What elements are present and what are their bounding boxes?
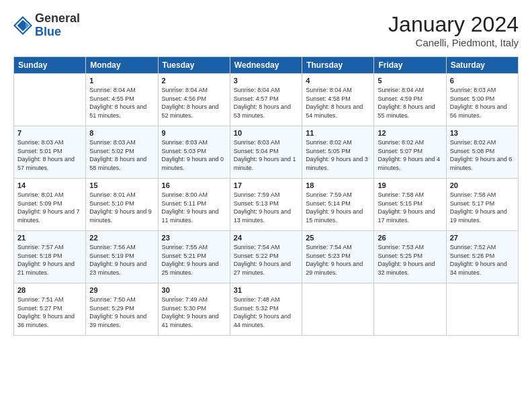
cell-info: Sunrise: 7:59 AMSunset: 5:14 PMDaylight:… <box>306 191 370 224</box>
day-number: 11 <box>306 129 370 137</box>
header: General Blue January 2024 Canelli, Piedm… <box>13 12 519 48</box>
day-number: 23 <box>162 234 226 242</box>
col-sunday: Sunday <box>14 57 86 74</box>
day-number: 7 <box>17 129 82 137</box>
day-number: 24 <box>234 234 298 242</box>
calendar-cell: 29Sunrise: 7:50 AMSunset: 5:29 PMDayligh… <box>86 283 158 336</box>
cell-info: Sunrise: 8:01 AMSunset: 5:09 PMDaylight:… <box>17 191 82 224</box>
calendar-cell: 24Sunrise: 7:54 AMSunset: 5:22 PMDayligh… <box>230 231 302 283</box>
day-number: 28 <box>17 286 82 294</box>
calendar-cell: 18Sunrise: 7:59 AMSunset: 5:14 PMDayligh… <box>302 179 374 231</box>
day-number: 5 <box>378 77 442 85</box>
day-number: 30 <box>162 286 226 294</box>
calendar-cell: 1Sunrise: 8:04 AMSunset: 4:55 PMDaylight… <box>86 74 158 126</box>
col-saturday: Saturday <box>446 57 518 74</box>
cell-info: Sunrise: 8:03 AMSunset: 5:04 PMDaylight:… <box>234 138 298 172</box>
day-number: 4 <box>306 77 370 85</box>
cell-info: Sunrise: 8:04 AMSunset: 4:57 PMDaylight:… <box>234 86 298 120</box>
week-row-2: 7Sunrise: 8:03 AMSunset: 5:01 PMDaylight… <box>14 126 519 179</box>
cell-info: Sunrise: 8:03 AMSunset: 5:00 PMDaylight:… <box>450 86 515 120</box>
header-row: Sunday Monday Tuesday Wednesday Thursday… <box>14 57 519 74</box>
calendar-cell: 17Sunrise: 7:59 AMSunset: 5:13 PMDayligh… <box>230 179 302 231</box>
cell-info: Sunrise: 8:04 AMSunset: 4:56 PMDaylight:… <box>162 86 226 120</box>
day-number: 27 <box>450 234 515 242</box>
calendar-cell <box>374 283 446 336</box>
calendar-cell: 9Sunrise: 8:03 AMSunset: 5:03 PMDaylight… <box>158 126 230 179</box>
cell-info: Sunrise: 8:04 AMSunset: 4:59 PMDaylight:… <box>378 86 442 120</box>
calendar-cell <box>302 283 374 336</box>
cell-info: Sunrise: 7:53 AMSunset: 5:25 PMDaylight:… <box>378 243 442 277</box>
cell-info: Sunrise: 7:48 AMSunset: 5:32 PMDaylight:… <box>234 295 298 329</box>
calendar-cell: 22Sunrise: 7:56 AMSunset: 5:19 PMDayligh… <box>86 231 158 283</box>
calendar-cell: 6Sunrise: 8:03 AMSunset: 5:00 PMDaylight… <box>446 74 518 126</box>
location: Canelli, Piedmont, Italy <box>388 37 519 48</box>
calendar-cell: 28Sunrise: 7:51 AMSunset: 5:27 PMDayligh… <box>14 283 86 336</box>
day-number: 21 <box>17 234 82 242</box>
logo: General Blue <box>13 12 80 39</box>
calendar-cell: 21Sunrise: 7:57 AMSunset: 5:18 PMDayligh… <box>14 231 86 283</box>
day-number: 22 <box>89 234 154 242</box>
calendar-cell: 16Sunrise: 8:00 AMSunset: 5:11 PMDayligh… <box>158 179 230 231</box>
cell-info: Sunrise: 7:58 AMSunset: 5:15 PMDaylight:… <box>378 191 442 224</box>
calendar-cell <box>446 283 518 336</box>
calendar-cell: 8Sunrise: 8:03 AMSunset: 5:02 PMDaylight… <box>86 126 158 179</box>
cell-info: Sunrise: 8:02 AMSunset: 5:05 PMDaylight:… <box>306 138 370 172</box>
logo-icon <box>13 16 32 35</box>
day-number: 26 <box>378 234 442 242</box>
calendar-cell: 15Sunrise: 8:01 AMSunset: 5:10 PMDayligh… <box>86 179 158 231</box>
calendar-cell: 30Sunrise: 7:49 AMSunset: 5:30 PMDayligh… <box>158 283 230 336</box>
day-number: 20 <box>450 181 515 189</box>
cell-info: Sunrise: 8:00 AMSunset: 5:11 PMDaylight:… <box>162 191 226 224</box>
calendar-cell: 2Sunrise: 8:04 AMSunset: 4:56 PMDaylight… <box>158 74 230 126</box>
calendar-cell: 5Sunrise: 8:04 AMSunset: 4:59 PMDaylight… <box>374 74 446 126</box>
cell-info: Sunrise: 8:03 AMSunset: 5:02 PMDaylight:… <box>89 138 154 172</box>
cell-info: Sunrise: 7:52 AMSunset: 5:26 PMDaylight:… <box>450 243 515 277</box>
week-row-4: 21Sunrise: 7:57 AMSunset: 5:18 PMDayligh… <box>14 231 519 283</box>
week-row-5: 28Sunrise: 7:51 AMSunset: 5:27 PMDayligh… <box>14 283 519 336</box>
cell-info: Sunrise: 7:55 AMSunset: 5:21 PMDaylight:… <box>162 243 226 277</box>
week-row-3: 14Sunrise: 8:01 AMSunset: 5:09 PMDayligh… <box>14 179 519 231</box>
col-thursday: Thursday <box>302 57 374 74</box>
logo-general-text: General <box>35 12 80 26</box>
day-number: 17 <box>234 181 298 189</box>
col-wednesday: Wednesday <box>230 57 302 74</box>
title-block: January 2024 Canelli, Piedmont, Italy <box>388 12 519 48</box>
day-number: 18 <box>306 181 370 189</box>
calendar-table: Sunday Monday Tuesday Wednesday Thursday… <box>13 56 519 336</box>
day-number: 3 <box>234 77 298 85</box>
day-number: 16 <box>162 181 226 189</box>
cell-info: Sunrise: 7:49 AMSunset: 5:30 PMDaylight:… <box>162 295 226 329</box>
logo-text: General Blue <box>35 12 80 39</box>
day-number: 1 <box>89 77 154 85</box>
calendar-cell: 25Sunrise: 7:54 AMSunset: 5:23 PMDayligh… <box>302 231 374 283</box>
cell-info: Sunrise: 8:04 AMSunset: 4:58 PMDaylight:… <box>306 86 370 120</box>
calendar-cell: 26Sunrise: 7:53 AMSunset: 5:25 PMDayligh… <box>374 231 446 283</box>
col-monday: Monday <box>86 57 158 74</box>
calendar-cell: 4Sunrise: 8:04 AMSunset: 4:58 PMDaylight… <box>302 74 374 126</box>
calendar-cell: 11Sunrise: 8:02 AMSunset: 5:05 PMDayligh… <box>302 126 374 179</box>
day-number: 8 <box>89 129 154 137</box>
logo-blue-text: Blue <box>35 26 80 39</box>
day-number: 25 <box>306 234 370 242</box>
day-number: 10 <box>234 129 298 137</box>
month-title: January 2024 <box>388 12 519 37</box>
cell-info: Sunrise: 7:59 AMSunset: 5:13 PMDaylight:… <box>234 191 298 224</box>
cell-info: Sunrise: 7:58 AMSunset: 5:17 PMDaylight:… <box>450 191 515 224</box>
cell-info: Sunrise: 8:04 AMSunset: 4:55 PMDaylight:… <box>89 86 154 120</box>
calendar-cell: 20Sunrise: 7:58 AMSunset: 5:17 PMDayligh… <box>446 179 518 231</box>
day-number: 12 <box>378 129 442 137</box>
day-number: 29 <box>89 286 154 294</box>
calendar-cell: 31Sunrise: 7:48 AMSunset: 5:32 PMDayligh… <box>230 283 302 336</box>
cell-info: Sunrise: 8:02 AMSunset: 5:08 PMDaylight:… <box>450 138 515 172</box>
day-number: 14 <box>17 181 82 189</box>
calendar-cell: 19Sunrise: 7:58 AMSunset: 5:15 PMDayligh… <box>374 179 446 231</box>
cell-info: Sunrise: 7:50 AMSunset: 5:29 PMDaylight:… <box>89 295 154 329</box>
page-container: General Blue January 2024 Canelli, Piedm… <box>0 0 532 342</box>
calendar-cell: 27Sunrise: 7:52 AMSunset: 5:26 PMDayligh… <box>446 231 518 283</box>
cell-info: Sunrise: 8:03 AMSunset: 5:01 PMDaylight:… <box>17 138 82 172</box>
calendar-cell: 10Sunrise: 8:03 AMSunset: 5:04 PMDayligh… <box>230 126 302 179</box>
cell-info: Sunrise: 8:01 AMSunset: 5:10 PMDaylight:… <box>89 191 154 224</box>
day-number: 6 <box>450 77 515 85</box>
cell-info: Sunrise: 7:51 AMSunset: 5:27 PMDaylight:… <box>17 295 82 329</box>
day-number: 19 <box>378 181 442 189</box>
